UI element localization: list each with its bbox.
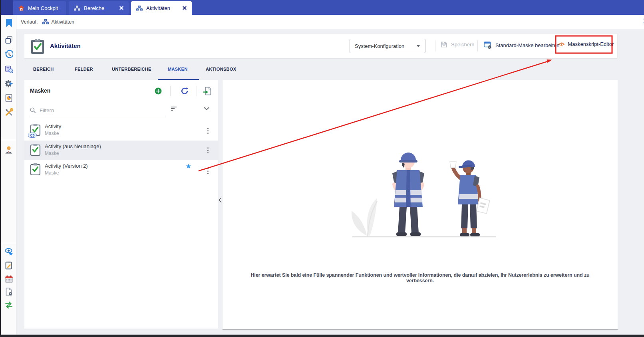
tab-aktionsbox[interactable]: AKTIONSBOX bbox=[206, 67, 236, 71]
refresh-button[interactable] bbox=[180, 86, 189, 96]
sort-icon[interactable] bbox=[169, 104, 179, 113]
filter-field bbox=[30, 105, 165, 116]
masken-panel-title: Masken bbox=[30, 87, 50, 94]
tab-felder[interactable]: FELDER bbox=[75, 67, 93, 71]
floppy-disk-icon bbox=[441, 41, 447, 48]
close-icon[interactable] bbox=[119, 6, 123, 10]
toolbar-divider bbox=[477, 40, 478, 52]
tab-bereiche[interactable]: Bereiche bbox=[69, 1, 129, 15]
mask-item-subtitle: Maske bbox=[45, 170, 59, 176]
filter-input[interactable] bbox=[39, 107, 165, 114]
window-frame-bottom bbox=[0, 335, 644, 337]
page-header: Aktivitäten System-Konfiguration Speiche… bbox=[24, 34, 617, 58]
masken-panel: Masken Activity Maske C0 bbox=[24, 80, 218, 329]
tab-bereich[interactable]: BEREICH bbox=[33, 67, 54, 71]
clipboard-edit-icon[interactable] bbox=[4, 260, 14, 270]
detail-panel: Hier erwartet Sie bald eine Fülle spanne… bbox=[223, 80, 618, 330]
mask-list-item[interactable]: Activity Maske C0 bbox=[24, 120, 218, 141]
sidebar bbox=[1, 15, 16, 335]
copy-pages-icon[interactable] bbox=[4, 35, 14, 45]
chevron-down-icon[interactable] bbox=[202, 104, 211, 113]
import-button[interactable] bbox=[203, 86, 212, 96]
mask-item-title: Activity bbox=[45, 123, 61, 129]
add-button[interactable] bbox=[153, 86, 163, 96]
empty-state-message: Hier erwartet Sie bald eine Fülle spanne… bbox=[239, 272, 602, 283]
toolbar-divider bbox=[170, 86, 171, 96]
calendar-icon[interactable] bbox=[4, 274, 14, 283]
tab-aktivitaeten[interactable]: Aktivitäten bbox=[131, 1, 192, 15]
tab-label: Mein Cockpit bbox=[28, 5, 58, 11]
window-frame-left bbox=[0, 0, 1, 337]
clipboard-check-icon bbox=[30, 38, 45, 56]
verlauf-bar: Verlauf: Aktivitäten bbox=[16, 15, 644, 29]
search-list-icon[interactable] bbox=[4, 64, 14, 74]
mask-item-title: Activity (Version 2) bbox=[45, 163, 88, 169]
close-icon[interactable] bbox=[183, 6, 187, 10]
configuration-dropdown-value: System-Konfiguration bbox=[355, 43, 404, 49]
mask-script-editor-label: Maskenskript-Editor bbox=[568, 41, 614, 47]
kebab-menu-icon[interactable] bbox=[205, 145, 211, 155]
save-button-label: Speichern bbox=[451, 42, 475, 48]
tab-label: Bereiche bbox=[84, 5, 104, 11]
report-chart-icon[interactable] bbox=[4, 93, 14, 103]
document-gear-icon[interactable] bbox=[4, 287, 14, 296]
page-title: Aktivitäten bbox=[50, 42, 81, 49]
tab-masken[interactable]: MASKEN bbox=[168, 67, 187, 71]
eye-star-icon[interactable] bbox=[4, 247, 14, 256]
code-icon: </> bbox=[559, 42, 564, 47]
mask-list-item[interactable]: Activity (aus Neuanlage) Maske bbox=[24, 141, 218, 160]
mask-script-editor-button[interactable]: </> Maskenskript-Editor bbox=[559, 41, 614, 47]
user-icon[interactable] bbox=[4, 145, 14, 155]
kebab-menu-icon[interactable] bbox=[205, 166, 211, 176]
toolbar-divider bbox=[197, 86, 197, 96]
home-icon bbox=[18, 5, 24, 11]
clipboard-check-icon bbox=[30, 163, 41, 177]
tools-icon[interactable] bbox=[4, 107, 14, 117]
verlauf-breadcrumb-item[interactable]: Aktivitäten bbox=[51, 19, 74, 25]
window-gear-icon bbox=[484, 41, 492, 49]
collapse-panel-chevron[interactable] bbox=[218, 194, 223, 206]
sidebar-divider bbox=[1, 140, 16, 140]
workers-illustration bbox=[344, 147, 503, 240]
org-chart-icon bbox=[74, 6, 80, 11]
edit-default-mask-button[interactable]: Standard-Maske bearbeiten bbox=[484, 41, 559, 49]
topbar-corner bbox=[1, 0, 13, 15]
save-button[interactable]: Speichern bbox=[441, 41, 475, 48]
sidebar-divider bbox=[1, 243, 16, 243]
history-icon[interactable] bbox=[4, 50, 14, 59]
toolbar-divider bbox=[435, 40, 435, 52]
sync-icon[interactable] bbox=[4, 300, 14, 309]
mask-item-title: Activity (aus Neuanlage) bbox=[45, 143, 101, 149]
clipboard-check-icon bbox=[30, 143, 41, 158]
kebab-menu-icon[interactable] bbox=[205, 126, 211, 135]
org-chart-icon bbox=[42, 19, 49, 24]
window-tab-bar: Mein Cockpit Bereiche Aktivitäten bbox=[0, 0, 644, 15]
verlauf-label: Verlauf: bbox=[21, 19, 38, 25]
mask-item-subtitle: Maske bbox=[45, 131, 59, 136]
mask-item-subtitle: Maske bbox=[45, 151, 59, 156]
star-icon[interactable]: ★ bbox=[185, 162, 191, 170]
mask-list-item[interactable]: Activity (Version 2) Maske ★ bbox=[24, 160, 218, 180]
bookmark-icon[interactable] bbox=[4, 18, 14, 28]
tab-mein-cockpit[interactable]: Mein Cockpit bbox=[13, 1, 66, 15]
gear-run-icon[interactable] bbox=[4, 79, 14, 88]
tab-label: Aktivitäten bbox=[146, 5, 170, 11]
edit-default-mask-label: Standard-Maske bearbeiten bbox=[495, 42, 559, 48]
tab-unterbereiche[interactable]: UNTERBEREICHE bbox=[112, 67, 151, 71]
chevron-down-icon bbox=[416, 45, 420, 47]
search-icon bbox=[30, 107, 36, 113]
mask-item-badge: C0 bbox=[28, 133, 37, 138]
configuration-dropdown[interactable]: System-Konfiguration bbox=[350, 39, 425, 53]
org-chart-icon bbox=[136, 6, 143, 11]
